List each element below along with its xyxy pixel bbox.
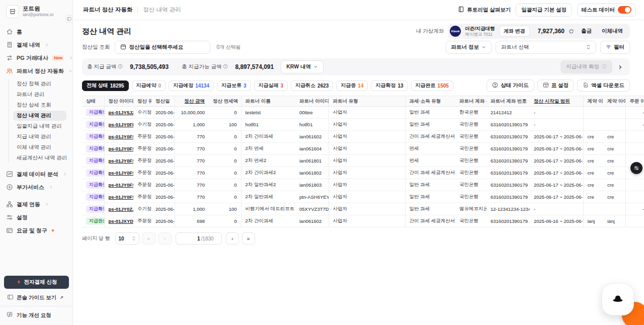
sidebar-item-2[interactable]: PG 거래대사New <box>0 51 72 64</box>
settlement-id-link[interactable]: ps-01JY0FSE... <box>104 131 133 143</box>
filter-button[interactable]: 필터 <box>600 41 630 54</box>
cell: 2025-06-17 ~ 2025-06-18 <box>530 179 583 191</box>
feedback-icon <box>7 311 13 319</box>
column-header-4[interactable]: 정산 금액 <box>175 96 209 107</box>
table-row-2[interactable]: 지급확정ps-01JY0FSE...주문정산2025-06-1777002차 간… <box>82 131 644 143</box>
sidebar-item-1[interactable]: 결제 내역 <box>0 38 72 51</box>
status-tab-8[interactable]: 지급완료1505 <box>411 80 453 91</box>
console-guide-link[interactable]: 콘솔 가이드 보기 ↗ <box>0 289 72 306</box>
cell: 일반 과세 <box>405 179 455 191</box>
sidebar-item-bottom-1[interactable]: 설정 <box>0 211 72 224</box>
settlement-id-link[interactable]: ps-01JY0FSE... <box>104 179 133 191</box>
sidebar-item-mid-1[interactable]: 부가서비스 <box>0 181 72 194</box>
sidebar-item-0[interactable]: 홈 <box>0 25 72 38</box>
table-action-2[interactable]: 엑셀 다운로드 <box>577 79 630 92</box>
status-tab-7[interactable]: 지급확정13 <box>371 80 408 91</box>
partner-info-dropdown[interactable]: 파트너 정보 <box>446 41 492 54</box>
chevron-down-icon <box>481 44 486 50</box>
exchange-icon <box>6 54 13 61</box>
table-row-0[interactable]: 지급확정ps-01JY5JZ5...수기정산2025-06-2010,000,0… <box>82 107 644 119</box>
prev-page-button[interactable]: ‹ <box>158 232 172 245</box>
tutorial-link[interactable]: 튜토리얼 살펴보기 <box>458 6 511 14</box>
sidebar-subitem-4[interactable]: 일괄지급 내역 관리 <box>13 121 66 131</box>
virtual-account-label: 내 가상계좌 <box>416 28 444 35</box>
status-tab-0[interactable]: 전체 상태18295 <box>82 80 129 91</box>
status-tab-3[interactable]: 지급보류3 <box>217 80 251 91</box>
table-row-4[interactable]: 지급확정ps-01JY0FSE...주문정산2025-06-1777002차 면… <box>82 155 644 167</box>
sidebar-collapse-button[interactable] <box>65 15 73 23</box>
info-icon[interactable] <box>118 64 123 70</box>
settlement-id-link[interactable]: ps-01JY5JZ5... <box>104 107 133 119</box>
test-data-toggle-group[interactable]: 테스트 데이터 <box>577 4 636 17</box>
cell: 63160201390179 <box>487 119 530 131</box>
chevron-right-button[interactable] <box>615 64 625 70</box>
status-tab-2[interactable]: 지급예정14134 <box>169 80 214 91</box>
currency-dropdown[interactable]: KRW 내역 <box>281 60 324 73</box>
sidebar-item-bottom-0[interactable]: 결제 연동 <box>0 198 72 211</box>
withdraw-button[interactable]: 출금 <box>578 28 595 35</box>
table-row-7[interactable]: 지급확정ps-01JY0FSE...주문정산2025-06-1777002차 일… <box>82 191 644 203</box>
sidebar-subitem-0[interactable]: 정산 정책 관리 <box>13 79 66 89</box>
chevron-right-icon <box>45 43 49 47</box>
table-action-1[interactable]: 표 설정 <box>537 79 574 92</box>
table-row-3[interactable]: 지급확정ps-01JY0FSE...주문정산2025-06-1777002차 면… <box>82 143 644 155</box>
last-page-button[interactable]: » <box>242 232 255 245</box>
cell: 2025-06-17 ~ 2025-06-18 <box>530 143 583 155</box>
breadcrumb-section[interactable]: 파트너 정산 자동화 <box>83 6 132 14</box>
status-tab-1[interactable]: 지급예약0 <box>132 80 166 91</box>
settlement-id-link[interactable]: ps-01JY0FSE... <box>104 167 133 179</box>
status-tab-6[interactable]: 지급중14 <box>336 80 368 91</box>
settlement-id-link[interactable]: ps-01JY0ZJK... <box>104 203 133 215</box>
change-account-button[interactable]: 계좌 변경 <box>499 26 530 37</box>
confirm-payout-button[interactable]: 지급내역 확정 <box>560 60 612 73</box>
sidebar-subitem-6[interactable]: 이체 내역 관리 <box>13 142 66 152</box>
status-tab-5[interactable]: 지급취소2623 <box>291 80 333 91</box>
sidebar-item-mid-0[interactable]: 결제 데이터 분석 <box>0 168 72 181</box>
settlement-id-link[interactable]: ps-01JXYDD... <box>104 215 133 227</box>
settlement-id-link[interactable]: ps-01JY0FSE... <box>104 191 133 203</box>
cell: ptn-ASH6YEYHJM <box>295 191 329 203</box>
cell: 2차 간이과세2 <box>241 167 295 179</box>
table-settings-fab[interactable] <box>630 162 642 174</box>
feature-request-link[interactable]: 기능 개선 요청 <box>0 306 72 319</box>
bulk-payout-settings-button[interactable]: 일괄지급 기본 설정 <box>516 4 572 17</box>
sidebar-subitem-7[interactable]: 세금계산서 내역 관리 <box>13 153 66 163</box>
settlement-id-link[interactable]: ps-01JY0FSE... <box>104 143 133 155</box>
status-tab-4[interactable]: 지급실패3 <box>254 80 288 91</box>
cell: 2차 간이과세 <box>241 131 295 143</box>
sidebar-subitem-5[interactable]: 지급 내역 관리 <box>13 132 66 142</box>
apply-epay-button[interactable]: 전자결제 신청 <box>4 276 69 289</box>
table-row-5[interactable]: 지급확정ps-01JY0FSE...주문정산2025-06-1777002차 간… <box>82 167 644 179</box>
next-page-button[interactable]: › <box>226 232 239 245</box>
refresh-icon[interactable] <box>569 29 574 34</box>
info-icon[interactable] <box>223 64 228 70</box>
rows-per-page-select[interactable]: 10 <box>115 232 139 245</box>
sidebar-subitem-2[interactable]: 정산 상세 조회 <box>13 100 66 110</box>
cell: 05XYVZ3T7D <box>295 203 329 215</box>
channel-talk-widget[interactable] <box>602 283 634 315</box>
settlement-id-link[interactable]: ps-01JY0FP6... <box>104 119 133 131</box>
table-action-0[interactable]: 상태 가이드 <box>487 79 534 92</box>
sidebar-item-3[interactable]: 파트너 정산 자동화 <box>0 64 72 77</box>
settlement-date-picker[interactable]: 정산일을 선택해주세요 <box>115 41 210 54</box>
first-page-button[interactable]: « <box>142 232 155 245</box>
integration-icon <box>6 201 13 208</box>
page-number-input[interactable] <box>180 236 200 241</box>
table-row-8[interactable]: 지급확정ps-01JY0ZJK...수기정산2025-06-161,000100… <box>82 203 644 215</box>
partner-select-dropdown[interactable]: 파트너 선택 <box>496 41 596 54</box>
test-data-toggle[interactable] <box>618 6 631 14</box>
column-header-12[interactable]: 정산 시작일 범위 <box>530 96 583 107</box>
pagination: 페이지 당 행 10 « ‹ /1830 › » <box>82 232 630 245</box>
cell: cre <box>583 155 603 167</box>
table-row-6[interactable]: 지급확정ps-01JY0FSE...주문정산2025-06-1777002차 일… <box>82 179 644 191</box>
settlement-id-link[interactable]: ps-01JY0FSE... <box>104 155 133 167</box>
table-row-1[interactable]: 지급확정ps-01JY0FP6...수기정산2025-06-171,000100… <box>82 119 644 131</box>
sidebar-subitem-1[interactable]: 파트너 관리 <box>13 90 66 100</box>
transfer-history-button[interactable]: 이체내역 <box>599 28 626 35</box>
cell: 주문정산 <box>133 215 151 227</box>
account-number: 케이뱅크 7011 <box>465 32 495 37</box>
sidebar-item-bottom-2[interactable]: 요금 및 청구 <box>0 224 72 237</box>
table-row-9[interactable]: 지급완료ps-01JXYDD...주문정산2025-06-1669802차 간이… <box>82 215 644 227</box>
sidebar-subitem-3[interactable]: 정산 내역 관리 <box>13 111 66 121</box>
column-header-11: 파트너 계좌 번호 <box>487 96 530 107</box>
